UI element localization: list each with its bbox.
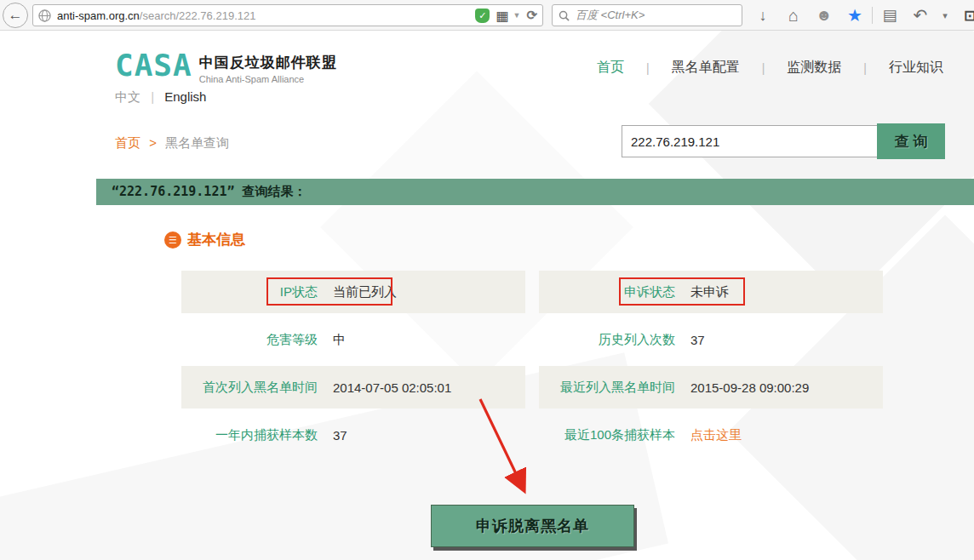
section-title: 基本信息 (187, 230, 245, 249)
url-path: /search/222.76.219.121 (140, 9, 256, 22)
url-text: anti-spam.org.cn/search/222.76.219.121 (57, 9, 470, 22)
main-nav: 首页 | 黑名单配置 | 监测数据 | 行业知识 (597, 59, 943, 77)
url-dropdown-icon[interactable]: ▼ (513, 11, 521, 20)
back-button[interactable]: ← (3, 3, 28, 28)
lang-english-link[interactable]: English (164, 89, 206, 104)
browser-toolbar: ← anti-spam.org.cn/search/222.76.219.121… (0, 0, 974, 31)
home-icon[interactable]: ⌂ (778, 6, 809, 26)
basic-info-header: ☰ 基本信息 (164, 230, 245, 249)
nav-separator: | (646, 61, 650, 75)
url-domain: anti-spam.org.cn (57, 9, 140, 22)
info-row-danger-level: 危害等级 中 (181, 318, 525, 361)
info-value: 37 (333, 428, 347, 443)
toolbar-icons: ↓ ⌂ ☻ ★ ▤ ↶ ▾ ⊡ (748, 0, 974, 31)
logo-chinese-name: 中国反垃圾邮件联盟 (199, 53, 337, 72)
info-label: 最近100条捕获样本 (539, 427, 675, 443)
undo-caret-icon[interactable]: ▾ (936, 10, 954, 21)
breadcrumb-home-link[interactable]: 首页 (115, 135, 140, 150)
info-row-latest-100-samples: 最近100条捕获样本 点击这里 (539, 414, 883, 456)
nav-item-industry-knowledge[interactable]: 行业知识 (889, 59, 943, 77)
info-row-appeal-status: 申诉状态 未申诉 (539, 271, 883, 313)
qr-code-icon[interactable]: ▦ (496, 8, 508, 24)
info-value: 中 (333, 332, 346, 348)
breadcrumb-separator: > (149, 135, 157, 150)
lang-chinese-link[interactable]: 中文 (115, 89, 140, 104)
toolbar-separator (872, 7, 873, 24)
info-label: 一年内捕获样本数 (181, 427, 318, 443)
lang-separator: | (151, 89, 154, 104)
site-logo[interactable]: CASA 中国反垃圾邮件联盟 China Anti-Spam Alliance (115, 51, 337, 84)
info-value: 2014-07-05 02:05:01 (333, 380, 451, 395)
nav-item-home[interactable]: 首页 (597, 59, 624, 77)
page-content: CASA 中国反垃圾邮件联盟 China Anti-Spam Alliance … (0, 31, 974, 560)
logo-casa-text: CASA (115, 51, 192, 80)
click-here-link[interactable]: 点击这里 (690, 427, 742, 443)
browser-search-box[interactable]: 百度 <Ctrl+K> (552, 4, 742, 26)
search-icon (559, 10, 570, 21)
url-bar[interactable]: anti-spam.org.cn/search/222.76.219.121 ✓… (32, 4, 543, 26)
logo-english-name: China Anti-Spam Alliance (199, 74, 337, 84)
info-label: 历史列入次数 (539, 332, 675, 348)
language-switch: 中文 | English (115, 89, 206, 106)
reload-icon[interactable]: ⟳ (526, 8, 537, 23)
info-value: 2015-09-28 09:00:29 (690, 380, 809, 395)
browser-search-placeholder: 百度 <Ctrl+K> (576, 8, 645, 23)
info-row-ip-status: IP状态 当前已列入 (181, 271, 525, 313)
info-label: 首次列入黑名单时间 (181, 380, 318, 396)
nav-separator: | (863, 61, 867, 75)
info-column-right: 申诉状态 未申诉 历史列入次数 37 最近列入黑名单时间 2015-09-28 … (539, 271, 883, 461)
breadcrumb-current: 黑名单查询 (165, 135, 229, 150)
annotation-red-box (266, 277, 392, 306)
bookmark-star-icon[interactable]: ★ (839, 5, 870, 26)
info-row-latest-listed-time: 最近列入黑名单时间 2015-09-28 09:00:29 (539, 366, 883, 409)
appeal-remove-blacklist-button[interactable]: 申诉脱离黑名单 (431, 505, 634, 547)
info-label: 最近列入黑名单时间 (539, 380, 675, 396)
breadcrumb: 首页 > 黑名单查询 (115, 135, 229, 151)
screenshot-crop-icon[interactable]: ⊡ (954, 7, 974, 25)
nav-item-monitor-data[interactable]: 监测数据 (787, 59, 841, 77)
undo-icon[interactable]: ↶ (905, 5, 936, 26)
annotation-red-box (619, 277, 745, 306)
download-icon[interactable]: ↓ (748, 7, 778, 25)
globe-icon (38, 9, 51, 22)
logo-caption: 中国反垃圾邮件联盟 China Anti-Spam Alliance (199, 51, 337, 84)
nav-item-blacklist-config[interactable]: 黑名单配置 (672, 59, 740, 77)
info-label: 危害等级 (181, 332, 318, 348)
chat-icon[interactable]: ☻ (809, 6, 839, 25)
annotation-arrow (468, 387, 553, 511)
result-title-bar: “222.76.219.121” 查询结果： (96, 179, 974, 205)
list-icon: ☰ (164, 231, 181, 249)
clipboard-icon[interactable]: ▤ (874, 6, 905, 25)
info-row-history-count: 历史列入次数 37 (539, 318, 883, 361)
ip-query-input[interactable] (622, 125, 877, 157)
info-value: 37 (690, 333, 705, 347)
query-button[interactable]: 查 询 (877, 123, 945, 159)
nav-separator: | (762, 61, 765, 75)
adblock-shield-icon[interactable]: ✓ (475, 9, 490, 23)
